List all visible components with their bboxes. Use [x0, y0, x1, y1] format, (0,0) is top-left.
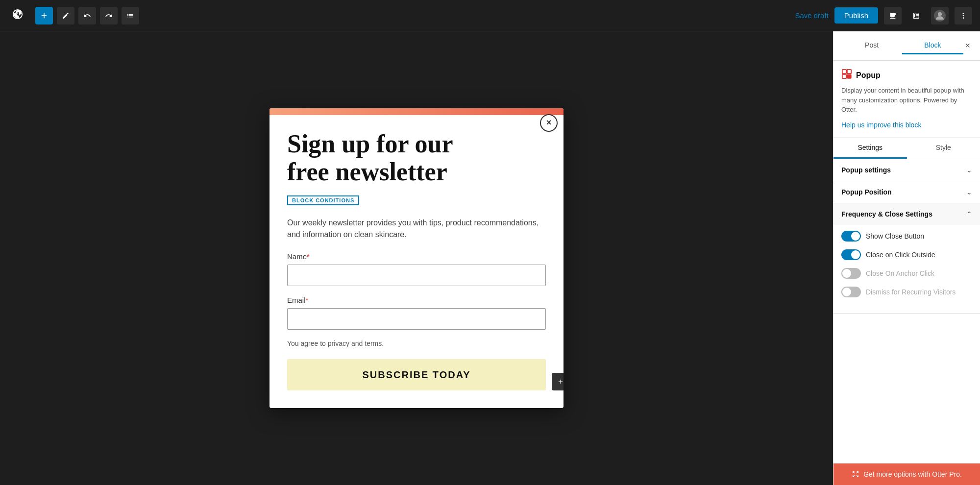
popup-description: Our weekly newsletter provides you with …	[287, 217, 546, 241]
avatar-button[interactable]	[931, 7, 949, 24]
popup-close-button[interactable]: ×	[540, 114, 558, 132]
show-close-toggle-knob	[851, 232, 860, 241]
publish-button[interactable]: Publish	[834, 7, 878, 24]
undo-button[interactable]	[78, 7, 96, 24]
popup-settings-header[interactable]: Popup settings ⌄	[833, 159, 980, 181]
right-sidebar: Post Block × Popup Display your content …	[833, 31, 980, 485]
popup-header-bar	[270, 108, 564, 115]
list-view-button[interactable]	[122, 7, 139, 24]
wp-logo-icon	[12, 9, 23, 23]
svg-point-4	[963, 15, 964, 16]
settings-style-tabs: Settings Style	[833, 138, 980, 159]
block-info-section: Popup Display your content in beautiful …	[833, 61, 980, 138]
show-close-label: Show Close Button	[866, 232, 924, 240]
popup-submit-row: SUBSCRIBE TODAY	[287, 359, 546, 390]
sidebar-header: Post Block ×	[833, 31, 980, 61]
main-toolbar: Save draft Publish	[0, 0, 980, 31]
tab-post[interactable]: Post	[841, 37, 902, 54]
popup-plugin-icon	[841, 69, 852, 82]
sidebar-close-button[interactable]: ×	[963, 39, 973, 53]
add-block-after-button[interactable]	[552, 373, 564, 390]
freq-close-title: Frequency & Close Settings	[841, 210, 932, 218]
add-block-button[interactable]	[35, 7, 53, 24]
wp-logo[interactable]	[8, 6, 27, 25]
editor-canvas: × Sign up for our free newsletter BLOCK …	[0, 31, 833, 485]
popup-body: Sign up for our free newsletter BLOCK CO…	[270, 115, 564, 408]
svg-rect-10	[847, 70, 851, 73]
block-plugin-description: Display your content in beautiful popup …	[841, 86, 972, 115]
tab-block[interactable]: Block	[902, 37, 963, 54]
redo-button[interactable]	[100, 7, 118, 24]
popup-position-chevron: ⌄	[966, 188, 972, 196]
popup-block: × Sign up for our free newsletter BLOCK …	[270, 108, 564, 408]
svg-rect-9	[842, 70, 846, 73]
block-conditions-badge[interactable]: BLOCK CONDITIONS	[287, 195, 359, 205]
popup-position-accordion: Popup Position ⌄	[833, 181, 980, 203]
tab-style[interactable]: Style	[907, 138, 980, 159]
freq-close-accordion: Frequency & Close Settings ⌃ Show Close …	[833, 203, 980, 314]
popup-terms: You agree to privacy and terms.	[287, 340, 546, 347]
subscribe-button[interactable]: SUBSCRIBE TODAY	[287, 359, 546, 390]
svg-rect-12	[847, 74, 851, 78]
sidebar-toggle-button[interactable]	[907, 7, 925, 24]
popup-settings-chevron: ⌄	[966, 166, 972, 174]
save-draft-button[interactable]: Save draft	[795, 11, 828, 20]
otter-pro-section: Get more options with Otter Pro.	[833, 463, 980, 485]
name-label: Name*	[287, 252, 546, 261]
close-anchor-toggle-row: Close On Anchor Click	[841, 268, 972, 279]
otter-pro-button[interactable]: Get more options with Otter Pro.	[833, 463, 980, 485]
dismiss-recurring-toggle-knob	[842, 288, 851, 296]
close-anchor-toggle-knob	[842, 269, 851, 278]
svg-point-5	[963, 17, 964, 19]
options-button[interactable]	[955, 7, 972, 24]
block-title-row: Popup	[841, 69, 972, 82]
close-anchor-toggle[interactable]	[841, 268, 861, 279]
email-field-group: Email*	[287, 296, 546, 340]
show-close-toggle-row: Show Close Button	[841, 231, 972, 242]
dismiss-recurring-toggle-row: Dismiss for Recurring Visitors	[841, 287, 972, 297]
name-input[interactable]	[287, 265, 546, 286]
svg-point-2	[938, 12, 942, 16]
svg-point-3	[963, 13, 964, 14]
otter-pro-label: Get more options with Otter Pro.	[863, 470, 962, 478]
email-label: Email*	[287, 296, 546, 304]
close-click-outside-toggle[interactable]	[841, 249, 861, 260]
help-improve-link[interactable]: Help us improve this block	[841, 121, 921, 129]
close-anchor-label: Close On Anchor Click	[866, 269, 934, 277]
email-input[interactable]	[287, 308, 546, 330]
tab-settings[interactable]: Settings	[833, 138, 907, 159]
svg-rect-11	[842, 74, 846, 78]
show-close-toggle[interactable]	[841, 231, 861, 242]
close-click-outside-label: Close on Click Outside	[866, 251, 935, 259]
close-click-outside-toggle-knob	[851, 250, 860, 259]
block-plugin-name: Popup	[856, 71, 881, 80]
dismiss-recurring-label: Dismiss for Recurring Visitors	[866, 288, 956, 296]
close-click-outside-toggle-row: Close on Click Outside	[841, 249, 972, 260]
popup-settings-title: Popup settings	[841, 166, 891, 174]
toolbar-right: Save draft Publish	[795, 7, 972, 24]
name-field-group: Name*	[287, 252, 546, 296]
popup-position-header[interactable]: Popup Position ⌄	[833, 181, 980, 203]
freq-close-header[interactable]: Frequency & Close Settings ⌃	[833, 203, 980, 225]
preview-button[interactable]	[884, 7, 902, 24]
popup-title: Sign up for our free newsletter	[287, 130, 546, 186]
popup-position-title: Popup Position	[841, 188, 892, 196]
popup-settings-accordion: Popup settings ⌄	[833, 159, 980, 181]
freq-close-chevron: ⌃	[966, 210, 972, 218]
pencil-tool-button[interactable]	[57, 7, 74, 24]
freq-close-content: Show Close Button Close on Click Outside…	[833, 225, 980, 313]
dismiss-recurring-toggle[interactable]	[841, 287, 861, 297]
